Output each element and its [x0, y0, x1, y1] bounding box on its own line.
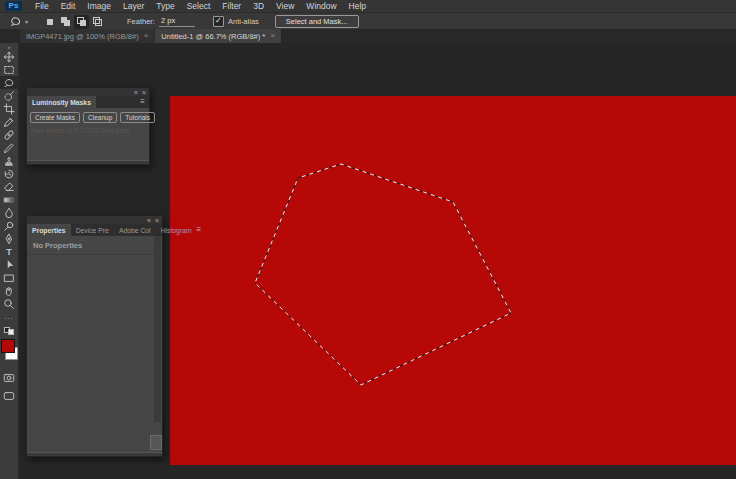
brush-tool[interactable] — [0, 141, 18, 154]
history-brush-icon — [3, 168, 15, 180]
screen-mode-button[interactable] — [0, 389, 18, 402]
foreground-color-swatch[interactable] — [1, 339, 15, 353]
tab-device-preview[interactable]: Device Pre — [71, 224, 114, 236]
move-tool[interactable] — [0, 50, 18, 63]
menu-edit[interactable]: Edit — [55, 0, 82, 12]
menu-file[interactable]: File — [29, 0, 55, 12]
tab-histogram[interactable]: Histogram — [156, 224, 197, 236]
dodge-tool[interactable] — [0, 219, 18, 232]
panel-body: No Properties — [27, 236, 162, 452]
panel-tab-row: Luminosity Masks ≡ — [27, 96, 149, 108]
brush-icon — [3, 142, 15, 154]
new-selection-button[interactable] — [42, 15, 57, 29]
subtract-from-selection-icon — [77, 17, 86, 26]
type-tool[interactable]: T — [0, 245, 18, 258]
menu-bar: Ps File Edit Image Layer Type Select Fil… — [0, 0, 736, 12]
feather-input[interactable]: 2 px — [159, 16, 195, 27]
collapse-panel-icon[interactable]: « — [134, 89, 138, 96]
eyedropper-tool[interactable] — [0, 115, 18, 128]
lasso-tool[interactable] — [0, 76, 18, 89]
close-icon[interactable]: × — [155, 217, 159, 224]
rectangular-marquee-tool[interactable] — [0, 63, 18, 76]
document-tab-imgp4471[interactable]: IMGP4471.jpg @ 100% (RGB/8#) × — [20, 29, 154, 43]
menu-filter[interactable]: Filter — [216, 0, 247, 12]
menu-select[interactable]: Select — [181, 0, 217, 12]
panel-menu-icon[interactable]: ≡ — [197, 224, 206, 236]
selection-overlay — [170, 96, 736, 465]
panel-footer-credit: Free Masks v1.4 ©2015 Greg Benz — [31, 127, 145, 134]
dodge-icon — [3, 220, 15, 232]
magnifier-icon — [3, 298, 15, 310]
create-masks-button[interactable]: Create Masks — [30, 112, 80, 123]
swap-colors-icon[interactable] — [4, 327, 14, 335]
tab-properties[interactable]: Properties — [27, 224, 71, 236]
spot-healing-brush-tool[interactable] — [0, 128, 18, 141]
close-icon[interactable]: × — [142, 89, 146, 96]
tool-bar: » T ... — [0, 43, 19, 479]
tool-preset-picker[interactable]: ▾ — [8, 15, 28, 28]
pen-tool[interactable] — [0, 232, 18, 245]
panel-tab-row: Properties Device Pre Adobe Col Histogra… — [27, 224, 162, 236]
panel-resize-edge[interactable] — [27, 160, 149, 164]
tab-luminosity-masks[interactable]: Luminosity Masks — [27, 96, 96, 108]
hand-icon — [3, 285, 15, 297]
menu-layer[interactable]: Layer — [117, 0, 150, 12]
lasso-icon — [8, 15, 23, 28]
selection-mode-group — [42, 15, 105, 29]
quick-selection-icon — [3, 90, 15, 102]
bandage-icon — [3, 129, 15, 141]
pen-nib-icon — [3, 233, 15, 245]
tab-adobe-color[interactable]: Adobe Col — [114, 224, 156, 236]
history-brush-tool[interactable] — [0, 167, 18, 180]
path-selection-tool[interactable] — [0, 258, 18, 271]
quick-mask-button[interactable] — [0, 371, 18, 384]
document-tab-label: Untitled-1 @ 66.7% (RGB/8#) * — [161, 32, 265, 41]
intersect-selection-icon — [93, 17, 102, 26]
menu-type[interactable]: Type — [150, 0, 180, 12]
document-tab-label: IMGP4471.jpg @ 100% (RGB/8#) — [26, 32, 139, 41]
menu-view[interactable]: View — [270, 0, 300, 12]
hand-tool[interactable] — [0, 284, 18, 297]
close-icon[interactable]: × — [144, 32, 149, 40]
panel-body: Create Masks Cleanup Tutorials Free Mask… — [27, 108, 149, 160]
panel-header: « × — [27, 88, 149, 96]
add-to-selection-button[interactable] — [58, 15, 73, 29]
zoom-tool[interactable] — [0, 297, 18, 310]
eraser-tool[interactable] — [0, 180, 18, 193]
blur-tool[interactable] — [0, 206, 18, 219]
panel-resize-edge[interactable] — [27, 452, 162, 456]
tutorials-button[interactable]: Tutorials — [120, 112, 155, 123]
menu-3d[interactable]: 3D — [247, 0, 270, 12]
crop-icon — [3, 103, 15, 115]
close-icon[interactable]: × — [270, 32, 275, 40]
collapse-panel-icon[interactable]: « — [147, 217, 151, 224]
luminosity-masks-panel: « × Luminosity Masks ≡ Create Masks Clea… — [26, 87, 150, 165]
edit-toolbar-icon[interactable]: ... — [5, 313, 14, 323]
scrollbar-track[interactable] — [154, 236, 161, 422]
antialias-checkbox[interactable]: ✓ — [213, 16, 224, 27]
quick-mask-icon — [3, 372, 15, 384]
intersect-selection-button[interactable] — [90, 15, 105, 29]
cleanup-button[interactable]: Cleanup — [83, 112, 117, 123]
gradient-icon — [3, 194, 15, 206]
selection-marching-ants-light — [255, 164, 511, 385]
add-to-selection-icon — [61, 17, 70, 26]
quick-selection-tool[interactable] — [0, 89, 18, 102]
subtract-from-selection-button[interactable] — [74, 15, 89, 29]
select-and-mask-button[interactable]: Select and Mask... — [275, 15, 359, 28]
document-canvas[interactable] — [170, 96, 736, 465]
clone-stamp-tool[interactable] — [0, 154, 18, 167]
menu-window[interactable]: Window — [300, 0, 342, 12]
gradient-tool[interactable] — [0, 193, 18, 206]
menu-help[interactable]: Help — [343, 0, 372, 12]
scrollbar-thumb[interactable] — [150, 435, 162, 450]
crop-tool[interactable] — [0, 102, 18, 115]
menu-image[interactable]: Image — [81, 0, 117, 12]
document-tab-untitled-1[interactable]: Untitled-1 @ 66.7% (RGB/8#) * × — [155, 29, 281, 43]
photoshop-window: { "app": { "logo": "Ps" }, "menubar": { … — [0, 0, 736, 479]
new-selection-icon — [47, 19, 53, 25]
selection-marching-ants-dark — [255, 164, 511, 385]
panel-header: « × — [27, 216, 162, 224]
rectangle-shape-tool[interactable] — [0, 271, 18, 284]
panel-menu-icon[interactable]: ≡ — [140, 96, 149, 108]
